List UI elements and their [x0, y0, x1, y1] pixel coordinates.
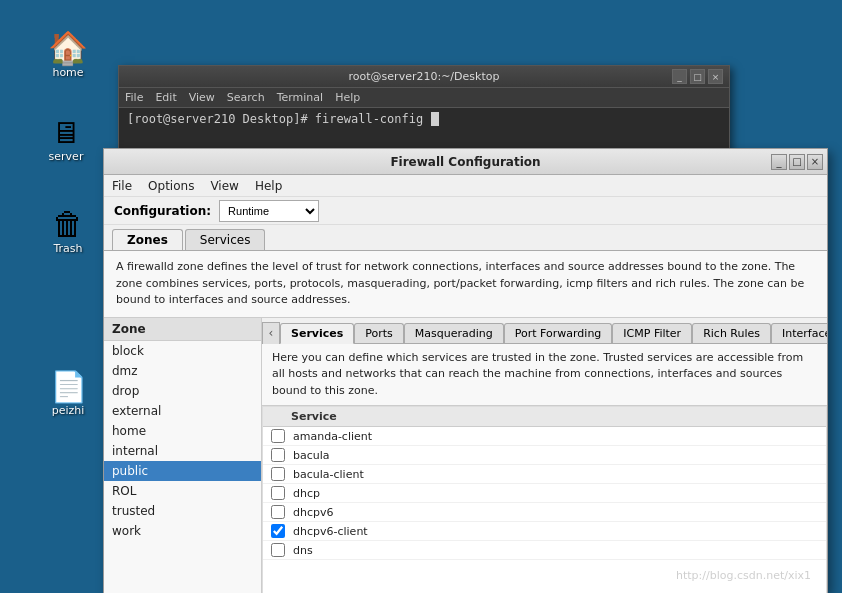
- service-name-amanda: amanda-client: [293, 430, 372, 443]
- services-table-container: Service amanda-client bacula bacula-clie…: [262, 406, 827, 593]
- zone-item-rol[interactable]: ROL: [104, 481, 261, 501]
- terminal-menu-file[interactable]: File: [125, 91, 143, 104]
- desktop: 🏠 home 🖥 server 🗑 Trash 📄 peizhi root@se…: [0, 0, 842, 593]
- terminal-menu-terminal[interactable]: Terminal: [277, 91, 324, 104]
- terminal-menu-help[interactable]: Help: [335, 91, 360, 104]
- service-checkbox-dhcpv6-client[interactable]: [271, 524, 285, 538]
- firewall-menu-options[interactable]: Options: [148, 179, 194, 193]
- inner-tab-masquerading[interactable]: Masquerading: [404, 323, 504, 343]
- desktop-icon-home[interactable]: 🏠 home: [38, 32, 98, 79]
- inner-tab-services[interactable]: Services: [280, 323, 354, 344]
- firewall-minimize-button[interactable]: _: [771, 154, 787, 170]
- peizhi-icon-label: peizhi: [52, 404, 85, 417]
- desktop-icon-server[interactable]: 🖥 server: [36, 118, 96, 163]
- terminal-menubar: File Edit View Search Terminal Help: [119, 88, 729, 108]
- tab-zones[interactable]: Zones: [112, 229, 183, 250]
- server-icon-label: server: [49, 150, 84, 163]
- terminal-menu-view[interactable]: View: [189, 91, 215, 104]
- service-row-bacula[interactable]: bacula: [263, 446, 826, 465]
- service-row-dhcpv6[interactable]: dhcpv6: [263, 503, 826, 522]
- firewall-titlebar: Firewall Configuration _ □ ×: [104, 149, 827, 175]
- inner-tab-interfaces[interactable]: Interfaces: [771, 323, 827, 343]
- services-description: Here you can define which services are t…: [262, 344, 827, 407]
- terminal-maximize-button[interactable]: □: [690, 69, 705, 84]
- watermark: http://blog.csdn.net/xix1: [676, 569, 811, 582]
- zone-item-drop[interactable]: drop: [104, 381, 261, 401]
- service-row-bacula-client[interactable]: bacula-client: [263, 465, 826, 484]
- service-name-dhcp: dhcp: [293, 487, 320, 500]
- inner-tab-ports[interactable]: Ports: [354, 323, 404, 343]
- terminal-cursor: [431, 112, 439, 126]
- home-icon-label: home: [52, 66, 83, 79]
- tab-services[interactable]: Services: [185, 229, 266, 250]
- file-icon: 📄: [50, 372, 87, 402]
- service-checkbox-dhcp[interactable]: [271, 486, 285, 500]
- terminal-minimize-button[interactable]: _: [672, 69, 687, 84]
- desktop-icon-trash[interactable]: 🗑 Trash: [38, 208, 98, 255]
- inner-tab-icmp-filter[interactable]: ICMP Filter: [612, 323, 692, 343]
- right-panel: ‹ Services Ports Masquerading Port Forwa…: [262, 318, 827, 594]
- service-checkbox-bacula[interactable]: [271, 448, 285, 462]
- zone-item-work[interactable]: work: [104, 521, 261, 541]
- firewall-title: Firewall Configuration: [390, 155, 540, 169]
- inner-tab-scroll-left[interactable]: ‹: [262, 322, 280, 344]
- firewall-close-button[interactable]: ×: [807, 154, 823, 170]
- firewall-menu-view[interactable]: View: [210, 179, 238, 193]
- terminal-close-button[interactable]: ×: [708, 69, 723, 84]
- zone-description: A firewalld zone defines the level of tr…: [104, 251, 827, 318]
- service-name-dhcpv6: dhcpv6: [293, 506, 334, 519]
- firewall-main-content: Zone block dmz drop external home intern…: [104, 318, 827, 594]
- terminal-menu-search[interactable]: Search: [227, 91, 265, 104]
- inner-tabs-container: ‹ Services Ports Masquerading Port Forwa…: [262, 318, 827, 344]
- service-checkbox-dns[interactable]: [271, 543, 285, 557]
- zone-item-trusted[interactable]: trusted: [104, 501, 261, 521]
- firewall-menubar: File Options View Help: [104, 175, 827, 197]
- desktop-icon-peizhi[interactable]: 📄 peizhi: [38, 372, 98, 417]
- firewall-menu-file[interactable]: File: [112, 179, 132, 193]
- service-name-bacula-client: bacula-client: [293, 468, 364, 481]
- service-name-dns: dns: [293, 544, 313, 557]
- service-row-dns[interactable]: dns: [263, 541, 826, 560]
- configuration-label: Configuration:: [114, 204, 211, 218]
- terminal-command-line: [root@server210 Desktop]# firewall-confi…: [127, 112, 423, 126]
- zone-header: Zone: [104, 318, 261, 341]
- trash-icon: 🗑: [52, 208, 84, 240]
- zone-item-internal[interactable]: internal: [104, 441, 261, 461]
- service-checkbox-amanda[interactable]: [271, 429, 285, 443]
- service-checkbox-bacula-client[interactable]: [271, 467, 285, 481]
- firewall-window: Firewall Configuration _ □ × File Option…: [103, 148, 828, 593]
- firewall-toolbar: Configuration: RuntimePermanent: [104, 197, 827, 225]
- terminal-window: root@server210:~/Desktop _ □ × File Edit…: [118, 65, 730, 157]
- zone-item-dmz[interactable]: dmz: [104, 361, 261, 381]
- zone-item-public[interactable]: public: [104, 461, 261, 481]
- firewall-outer-tabs: Zones Services: [104, 225, 827, 251]
- inner-tab-rich-rules[interactable]: Rich Rules: [692, 323, 771, 343]
- firewall-maximize-button[interactable]: □: [789, 154, 805, 170]
- service-name-bacula: bacula: [293, 449, 330, 462]
- service-row-dhcpv6-client[interactable]: dhcpv6-client: [263, 522, 826, 541]
- terminal-menu-edit[interactable]: Edit: [155, 91, 176, 104]
- home-icon: 🏠: [48, 32, 88, 64]
- server-icon: 🖥: [51, 118, 81, 148]
- service-row-amanda[interactable]: amanda-client: [263, 427, 826, 446]
- zone-item-external[interactable]: external: [104, 401, 261, 421]
- zone-item-block[interactable]: block: [104, 341, 261, 361]
- inner-tab-port-forwarding[interactable]: Port Forwarding: [504, 323, 613, 343]
- zone-panel: Zone block dmz drop external home intern…: [104, 318, 262, 594]
- service-checkbox-dhcpv6[interactable]: [271, 505, 285, 519]
- configuration-select[interactable]: RuntimePermanent: [219, 200, 319, 222]
- terminal-titlebar: root@server210:~/Desktop _ □ ×: [119, 66, 729, 88]
- service-name-dhcpv6-client: dhcpv6-client: [293, 525, 368, 538]
- trash-icon-label: Trash: [53, 242, 82, 255]
- zone-item-home[interactable]: home: [104, 421, 261, 441]
- terminal-title: root@server210:~/Desktop: [275, 70, 574, 83]
- service-row-dhcp[interactable]: dhcp: [263, 484, 826, 503]
- firewall-menu-help[interactable]: Help: [255, 179, 282, 193]
- terminal-content: [root@server210 Desktop]# firewall-confi…: [119, 108, 729, 130]
- services-table-header: Service: [263, 407, 826, 427]
